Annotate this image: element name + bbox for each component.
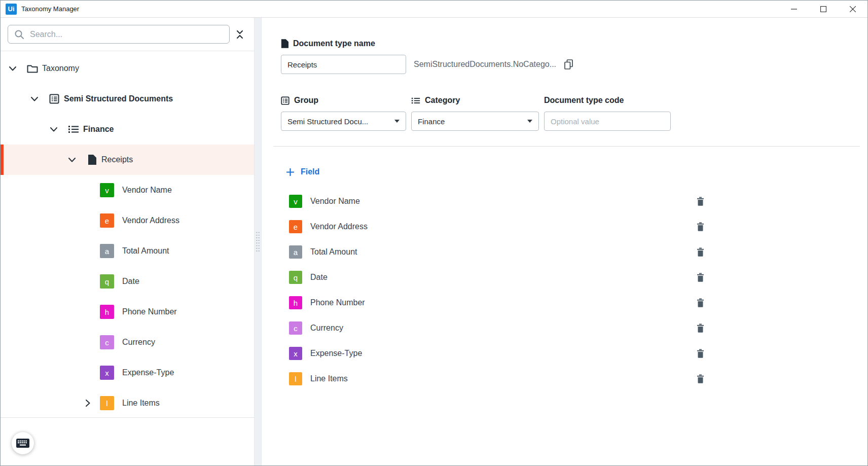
group-select[interactable]: Semi Structured Docu... — [281, 112, 406, 131]
group-card-list-icon — [281, 96, 290, 105]
group-card-list-icon — [49, 94, 60, 104]
taxonomy-sidebar: Taxonomy Semi Structured Documents — [1, 18, 254, 466]
chevron-down-icon[interactable] — [8, 66, 18, 71]
chevron-down-icon[interactable] — [67, 158, 77, 162]
tree-node-group[interactable]: Semi Structured Documents — [1, 84, 254, 114]
delete-field-button[interactable] — [694, 347, 707, 360]
tree-field-row[interactable]: x Expense-Type — [1, 357, 254, 388]
field-type-chip: l — [100, 396, 114, 410]
add-field-button[interactable]: Field — [286, 166, 860, 178]
field-name-label: Currency — [122, 338, 155, 347]
copy-button[interactable] — [563, 59, 574, 70]
field-name-label: Vendor Name — [310, 197, 360, 206]
field-row[interactable]: x Expense-Type — [281, 341, 707, 366]
collapse-all-button[interactable] — [230, 24, 250, 45]
field-name-label: Expense-Type — [122, 368, 174, 377]
field-name-label: Vendor Address — [310, 222, 368, 231]
document-type-panel: Document type name SemiStructuredDocumen… — [262, 18, 867, 466]
field-list: v Vendor Name e Vendor Address — [281, 189, 707, 391]
tree-node-label: Finance — [83, 125, 114, 134]
panel-splitter[interactable] — [254, 18, 262, 466]
field-type-chip: q — [289, 271, 302, 284]
category-select[interactable]: Finance — [411, 112, 539, 131]
tree-node-label: Semi Structured Documents — [64, 94, 173, 103]
minimize-icon — [791, 6, 797, 12]
category-value: Finance — [418, 117, 445, 126]
field-row[interactable]: e Vendor Address — [281, 214, 707, 239]
splitter-grip-icon — [256, 231, 260, 253]
tree-field-row[interactable]: c Currency — [1, 327, 254, 357]
field-name-label: Total Amount — [310, 247, 357, 257]
delete-field-button[interactable] — [694, 372, 707, 385]
delete-field-button[interactable] — [694, 271, 707, 284]
document-icon — [86, 155, 97, 165]
window-title: Taxonomy Manager — [21, 5, 79, 13]
field-name-label: Phone Number — [122, 307, 177, 316]
chevron-right-icon[interactable] — [83, 400, 93, 407]
tree-field-row[interactable]: l Line Items — [1, 388, 254, 417]
chevron-down-icon — [394, 120, 400, 123]
tree-field-row[interactable]: a Total Amount — [1, 236, 254, 266]
close-icon — [850, 6, 856, 12]
tree-node-taxonomy[interactable]: Taxonomy — [1, 53, 254, 84]
field-row[interactable]: h Phone Number — [281, 290, 707, 315]
tree-field-row[interactable]: q Date — [1, 266, 254, 297]
trash-icon — [697, 273, 704, 282]
tree-field-row[interactable]: e Vendor Address — [1, 205, 254, 236]
chevron-down-icon[interactable] — [49, 127, 59, 132]
tree-field-row[interactable]: v Vendor Name — [1, 175, 254, 205]
search-icon — [14, 29, 24, 40]
field-type-chip: q — [100, 274, 114, 289]
tree-node-doctype-selected[interactable]: Receipts — [1, 145, 254, 175]
tree-node-category[interactable]: Finance — [1, 114, 254, 145]
field-type-chip: v — [100, 183, 114, 197]
category-list-icon — [68, 125, 79, 134]
delete-field-button[interactable] — [694, 296, 707, 309]
close-button[interactable] — [838, 1, 867, 17]
field-type-chip: a — [289, 245, 302, 259]
search-input[interactable] — [30, 30, 223, 39]
copy-icon — [563, 59, 574, 70]
field-name-label: Expense-Type — [310, 349, 362, 358]
field-name-label: Line Items — [122, 399, 160, 408]
maximize-button[interactable] — [809, 1, 838, 17]
field-row[interactable]: q Date — [281, 265, 707, 290]
field-row[interactable]: a Total Amount — [281, 239, 707, 265]
delete-field-button[interactable] — [694, 245, 707, 259]
doc-code-input[interactable] — [544, 112, 671, 131]
field-row[interactable]: v Vendor Name — [281, 189, 707, 214]
field-name-label: Currency — [310, 324, 343, 333]
group-value: Semi Structured Docu... — [287, 117, 368, 126]
search-box[interactable] — [8, 25, 230, 44]
taxonomy-tree: Taxonomy Semi Structured Documents — [1, 51, 254, 417]
delete-field-button[interactable] — [694, 220, 707, 233]
plus-icon — [286, 168, 294, 176]
minimize-button[interactable] — [779, 1, 809, 17]
category-list-icon — [411, 97, 420, 104]
doc-code-label: Document type code — [544, 96, 624, 105]
doc-type-namespace: SemiStructuredDocuments.NoCatego... — [414, 60, 556, 69]
uipath-logo: Ui — [6, 4, 17, 15]
keyboard-icon — [16, 439, 29, 448]
field-name-label: Line Items — [310, 374, 348, 383]
tree-field-row[interactable]: h Phone Number — [1, 297, 254, 327]
trash-icon — [697, 197, 704, 206]
field-name-label: Total Amount — [122, 246, 169, 256]
field-type-chip: x — [100, 366, 114, 380]
document-icon — [281, 39, 288, 48]
trash-icon — [697, 324, 704, 333]
keyboard-shortcuts-button[interactable] — [12, 432, 34, 454]
search-area — [1, 18, 254, 51]
field-type-chip: x — [289, 347, 302, 360]
delete-field-button[interactable] — [694, 195, 707, 208]
trash-icon — [697, 222, 704, 231]
doc-type-name-input[interactable] — [281, 55, 406, 74]
trash-icon — [697, 247, 704, 257]
delete-field-button[interactable] — [694, 321, 707, 335]
field-name-label: Vendor Name — [122, 186, 172, 195]
chevron-down-icon[interactable] — [29, 97, 40, 101]
field-row[interactable]: l Line Items — [281, 366, 707, 391]
field-row[interactable]: c Currency — [281, 315, 707, 341]
folder-icon — [27, 64, 38, 73]
group-label: Group — [294, 96, 318, 105]
